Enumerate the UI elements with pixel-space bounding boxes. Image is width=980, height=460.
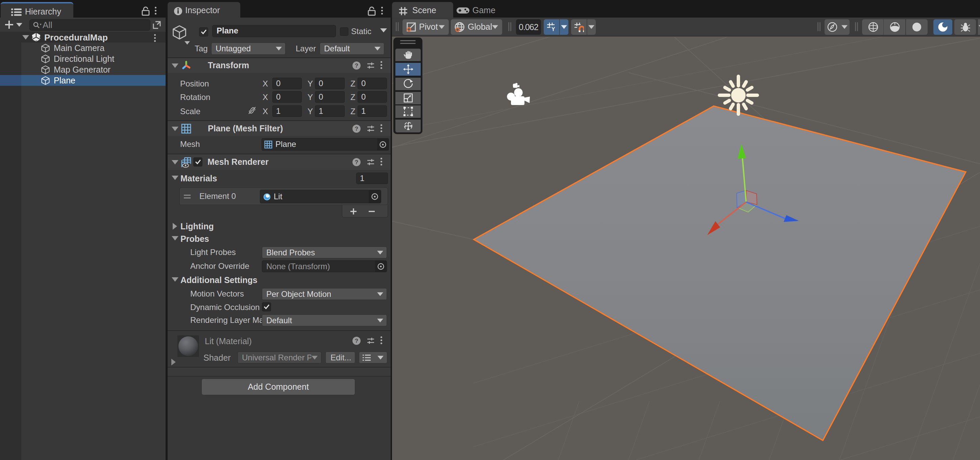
svg-text:?: ? [355, 125, 358, 132]
svg-text:?: ? [355, 62, 358, 69]
svg-text:Y: Y [552, 26, 555, 32]
svg-text:?: ? [355, 338, 358, 344]
svg-text:?: ? [355, 159, 358, 165]
